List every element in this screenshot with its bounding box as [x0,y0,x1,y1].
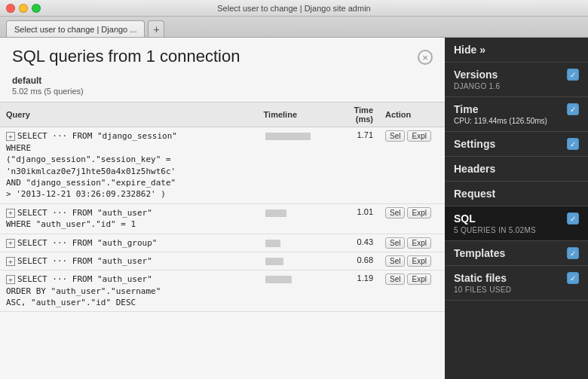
query-text: SELECT ··· FROM "auth_user" [17,208,152,218]
action-buttons: SelExpl [385,274,439,285]
default-time: 5.02 ms (5 queries) [12,87,433,96]
expand-button[interactable]: + [6,239,15,248]
action-buttons: SelExpl [385,237,439,249]
new-tab-button[interactable]: + [148,20,164,37]
query-text: > '2013-12-21 03:26:09.232862' ) [6,189,166,199]
timeline-cell [258,127,332,203]
timeline-bar [265,240,280,247]
sidebar-check-icon: ✓ [567,103,579,115]
sidebar-item-header: Hide » [454,44,579,56]
sidebar-item-header: Static files✓ [454,272,579,284]
time-cell: 1.01 [332,203,379,234]
sidebar-item-request[interactable]: Request [445,182,588,206]
query-text: WHERE [6,143,31,153]
col-header-query: Query [0,102,258,127]
query-text: SELECT ··· FROM "auth_group" [17,238,157,248]
window-title: Select user to change | Django site admi… [217,4,370,13]
table-row: +SELECT ··· FROM "django_session"WHERE("… [0,127,445,203]
sidebar-item-header: Request [454,188,579,200]
action-buttons: SelExpl [385,130,439,142]
default-section: default 5.02 ms (5 queries) [0,72,445,102]
time-cell: 1.19 [332,270,379,312]
query-table: Query Timeline Time (ms) Action +SELECT … [0,102,445,312]
time-cell: 0.43 [332,234,379,252]
close-button[interactable] [6,4,15,13]
query-text: SELECT ··· FROM "django_session" [17,131,177,141]
panel-close-button[interactable]: × [418,50,433,65]
tab-label: Select user to change | Django ... [14,25,136,34]
table-body: +SELECT ··· FROM "django_session"WHERE("… [0,127,445,312]
timeline-bar [265,276,292,283]
timeline-cell [258,234,332,252]
sidebar-item-sub: 10 files used [454,286,579,294]
table-row: +SELECT ··· FROM "auth_user"WHERE "auth_… [0,203,445,234]
query-text: AND "django_session"."expire_date" [6,178,176,188]
expl-button[interactable]: Expl [407,237,430,249]
timeline-cell [258,270,332,312]
sidebar-item-static-files[interactable]: Static files✓10 files used [445,266,588,301]
query-cell: +SELECT ··· FROM "django_session"WHERE("… [0,127,258,203]
sel-button[interactable]: Sel [385,237,405,249]
table-row: +SELECT ··· FROM "auth_user"ORDER BY "au… [0,270,445,312]
time-cell: 1.71 [332,127,379,203]
action-cell: SelExpl [379,234,445,252]
sidebar-item-label: SQL [454,212,476,225]
expand-button[interactable]: + [6,132,15,141]
maximize-button[interactable] [32,4,41,13]
sidebar-item-label: Settings [454,138,495,150]
panel-header: SQL queries from 1 connection × [0,38,445,72]
table-row: +SELECT ··· FROM "auth_user"0.68SelExpl [0,252,445,270]
sidebar-item-headers[interactable]: Headers [445,157,588,182]
sidebar-item-settings[interactable]: Settings✓ [445,132,588,157]
expl-button[interactable]: Expl [407,274,430,285]
expl-button[interactable]: Expl [407,207,430,219]
query-cell: +SELECT ··· FROM "auth_group" [0,234,258,252]
sidebar-item-templates[interactable]: Templates✓ [445,241,588,266]
expl-button[interactable]: Expl [407,255,430,267]
col-header-action: Action [379,102,445,127]
sidebar-item-time[interactable]: Time✓CPU: 119.44ms (126.50ms) [445,97,588,132]
query-text: 'n30ikmlcaz0e7j1hte50a4x01z5hwt6c' [6,167,176,176]
action-buttons: SelExpl [385,255,439,267]
sidebar-item-label: Hide » [454,44,485,56]
query-cell: +SELECT ··· FROM "auth_user" [0,252,258,270]
sel-button[interactable]: Sel [385,255,405,267]
sidebar-item-hide[interactable]: Hide » [445,38,588,63]
sidebar-item-label: Time [454,103,478,115]
expand-button[interactable]: + [6,275,15,284]
expand-button[interactable]: + [6,209,15,218]
minimize-button[interactable] [19,4,28,13]
sidebar-item-header: Time✓ [454,103,579,115]
query-text: SELECT ··· FROM "auth_user" [17,274,152,284]
col-header-timeline: Timeline [258,102,332,127]
sidebar-item-sql[interactable]: SQL✓5 queries in 5.02ms [445,206,588,241]
sidebar-item-label: Static files [454,272,507,284]
sidebar-item-label: Headers [454,163,495,175]
title-bar: Select user to change | Django site admi… [0,0,588,17]
timeline-bar [265,209,286,217]
sidebar-check-icon: ✓ [567,138,579,150]
time-cell: 0.68 [332,252,379,270]
query-text: WHERE "auth_user"."id" = 1 [6,219,136,229]
sidebar-item-sub: 5 queries in 5.02ms [454,226,579,234]
expl-button[interactable]: Expl [407,130,430,142]
active-tab[interactable]: Select user to change | Django ... [6,20,145,37]
sel-button[interactable]: Sel [385,207,405,219]
sidebar-item-label: Request [454,188,495,200]
sel-button[interactable]: Sel [385,274,405,285]
query-cell: +SELECT ··· FROM "auth_user"WHERE "auth_… [0,203,258,234]
panel-title: SQL queries from 1 connection [12,47,240,66]
tab-bar: Select user to change | Django ... + [0,17,588,38]
timeline-bar [265,133,311,140]
expand-button[interactable]: + [6,257,15,266]
left-panel: SQL queries from 1 connection × default … [0,38,445,379]
query-text: SELECT ··· FROM "auth_user" [17,256,152,266]
sidebar-item-versions[interactable]: Versions✓Django 1.6 [445,63,588,97]
sidebar-check-icon: ✓ [567,247,579,259]
sel-button[interactable]: Sel [385,130,405,142]
table-header: Query Timeline Time (ms) Action [0,102,445,127]
sidebar-item-sub: Django 1.6 [454,82,579,90]
sidebar-check-icon: ✓ [567,69,579,81]
right-sidebar: Hide »Versions✓Django 1.6Time✓CPU: 119.4… [445,38,588,379]
default-label: default [12,75,433,86]
